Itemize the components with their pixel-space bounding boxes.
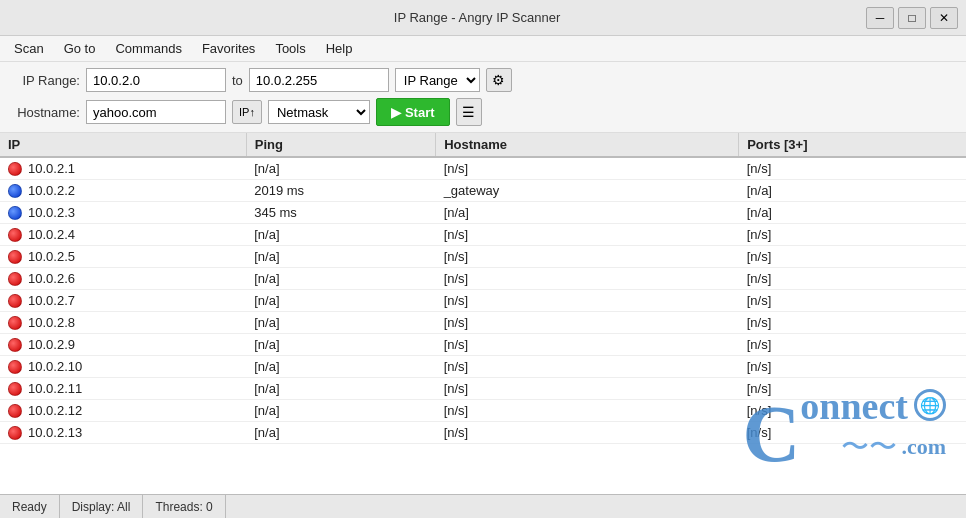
cell-ping: 2019 ms: [246, 180, 435, 202]
table-area: IP Ping Hostname Ports [3+] 10.0.2.1 [n/…: [0, 133, 966, 494]
ip-value: 10.0.2.3: [28, 205, 75, 220]
cell-ip: 10.0.2.1: [0, 157, 246, 180]
table-row[interactable]: 10.0.2.2 2019 ms _gateway [n/a]: [0, 180, 966, 202]
cell-ping: [n/a]: [246, 157, 435, 180]
cell-hostname: [n/s]: [436, 246, 739, 268]
cell-hostname: _gateway: [436, 180, 739, 202]
netmask-select[interactable]: Netmask /24 /16 /8: [269, 101, 369, 123]
scan-table: IP Ping Hostname Ports [3+] 10.0.2.1 [n/…: [0, 133, 966, 444]
table-row[interactable]: 10.0.2.1 [n/a] [n/s] [n/s]: [0, 157, 966, 180]
status-dot-red: [8, 162, 22, 176]
ip-to-input[interactable]: [249, 68, 389, 92]
cell-ports: [n/s]: [739, 400, 966, 422]
cell-ports: [n/a]: [739, 202, 966, 224]
ip-value: 10.0.2.7: [28, 293, 75, 308]
status-dot-red: [8, 404, 22, 418]
close-button[interactable]: ✕: [930, 7, 958, 29]
cell-hostname: [n/s]: [436, 334, 739, 356]
cell-ip: 10.0.2.6: [0, 268, 246, 290]
cell-hostname: [n/s]: [436, 422, 739, 444]
cell-hostname: [n/s]: [436, 312, 739, 334]
range-select-wrapper[interactable]: IP Range Random Subnet: [395, 68, 480, 92]
cell-ping: 345 ms: [246, 202, 435, 224]
cell-hostname: [n/s]: [436, 378, 739, 400]
cell-hostname: [n/s]: [436, 224, 739, 246]
range-select[interactable]: IP Range Random Subnet: [396, 69, 479, 91]
cell-ports: [n/s]: [739, 378, 966, 400]
table-row[interactable]: 10.0.2.3 345 ms [n/a] [n/a]: [0, 202, 966, 224]
table-row[interactable]: 10.0.2.8 [n/a] [n/s] [n/s]: [0, 312, 966, 334]
status-display: Display: All: [60, 495, 144, 518]
cell-ports: [n/s]: [739, 224, 966, 246]
cell-ip: 10.0.2.13: [0, 422, 246, 444]
col-header-ping[interactable]: Ping: [246, 133, 435, 157]
table-row[interactable]: 10.0.2.13 [n/a] [n/s] [n/s]: [0, 422, 966, 444]
table-row[interactable]: 10.0.2.6 [n/a] [n/s] [n/s]: [0, 268, 966, 290]
table-row[interactable]: 10.0.2.4 [n/a] [n/s] [n/s]: [0, 224, 966, 246]
cell-ports: [n/s]: [739, 334, 966, 356]
menu-goto[interactable]: Go to: [54, 38, 106, 60]
menu-scan[interactable]: Scan: [4, 38, 54, 60]
ip-value: 10.0.2.12: [28, 403, 82, 418]
col-header-hostname[interactable]: Hostname: [436, 133, 739, 157]
ip-value: 10.0.2.6: [28, 271, 75, 286]
menu-tools[interactable]: Tools: [265, 38, 315, 60]
maximize-button[interactable]: □: [898, 7, 926, 29]
ip-toggle-button[interactable]: IP↑: [232, 100, 262, 124]
table-row[interactable]: 10.0.2.9 [n/a] [n/s] [n/s]: [0, 334, 966, 356]
table-row[interactable]: 10.0.2.10 [n/a] [n/s] [n/s]: [0, 356, 966, 378]
minimize-button[interactable]: ─: [866, 7, 894, 29]
menu-help[interactable]: Help: [316, 38, 363, 60]
cell-ping: [n/a]: [246, 422, 435, 444]
col-header-ports[interactable]: Ports [3+]: [739, 133, 966, 157]
cell-ports: [n/s]: [739, 356, 966, 378]
table-row[interactable]: 10.0.2.12 [n/a] [n/s] [n/s]: [0, 400, 966, 422]
cell-ping: [n/a]: [246, 356, 435, 378]
start-button[interactable]: ▶ Start: [376, 98, 450, 126]
status-dot-red: [8, 338, 22, 352]
list-options-button[interactable]: ☰: [456, 98, 482, 126]
table-row[interactable]: 10.0.2.5 [n/a] [n/s] [n/s]: [0, 246, 966, 268]
status-ready: Ready: [0, 495, 60, 518]
cell-hostname: [n/s]: [436, 400, 739, 422]
cell-ping: [n/a]: [246, 290, 435, 312]
cell-ping: [n/a]: [246, 378, 435, 400]
cell-ports: [n/s]: [739, 312, 966, 334]
title-bar: IP Range - Angry IP Scanner ─ □ ✕: [0, 0, 966, 36]
ip-from-input[interactable]: [86, 68, 226, 92]
cell-ping: [n/a]: [246, 312, 435, 334]
table-header-row: IP Ping Hostname Ports [3+]: [0, 133, 966, 157]
menu-favorites[interactable]: Favorites: [192, 38, 265, 60]
col-header-ip[interactable]: IP: [0, 133, 246, 157]
status-bar: Ready Display: All Threads: 0: [0, 494, 966, 518]
toolbar-row-hostname: Hostname: IP↑ Netmask /24 /16 /8 ▶ Start…: [8, 98, 958, 126]
status-dot-red: [8, 360, 22, 374]
cell-ping: [n/a]: [246, 400, 435, 422]
cell-ports: [n/s]: [739, 246, 966, 268]
settings-button[interactable]: ⚙: [486, 68, 512, 92]
hostname-input[interactable]: [86, 100, 226, 124]
menu-commands[interactable]: Commands: [105, 38, 191, 60]
cell-ip: 10.0.2.3: [0, 202, 246, 224]
status-dot-red: [8, 426, 22, 440]
cell-ip: 10.0.2.7: [0, 290, 246, 312]
ip-value: 10.0.2.11: [28, 381, 82, 396]
cell-ping: [n/a]: [246, 268, 435, 290]
ip-value: 10.0.2.8: [28, 315, 75, 330]
cell-ping: [n/a]: [246, 334, 435, 356]
hostname-label: Hostname:: [8, 105, 80, 120]
netmask-select-wrapper[interactable]: Netmask /24 /16 /8: [268, 100, 370, 124]
cell-hostname: [n/a]: [436, 202, 739, 224]
ip-range-label: IP Range:: [8, 73, 80, 88]
cell-ping: [n/a]: [246, 224, 435, 246]
table-row[interactable]: 10.0.2.11 [n/a] [n/s] [n/s]: [0, 378, 966, 400]
status-dot-red: [8, 272, 22, 286]
status-dot-red: [8, 250, 22, 264]
table-row[interactable]: 10.0.2.7 [n/a] [n/s] [n/s]: [0, 290, 966, 312]
start-label: Start: [405, 105, 435, 120]
cell-ports: [n/s]: [739, 157, 966, 180]
ip-value: 10.0.2.9: [28, 337, 75, 352]
menu-bar: Scan Go to Commands Favorites Tools Help: [0, 36, 966, 62]
cell-ip: 10.0.2.4: [0, 224, 246, 246]
cell-ip: 10.0.2.9: [0, 334, 246, 356]
